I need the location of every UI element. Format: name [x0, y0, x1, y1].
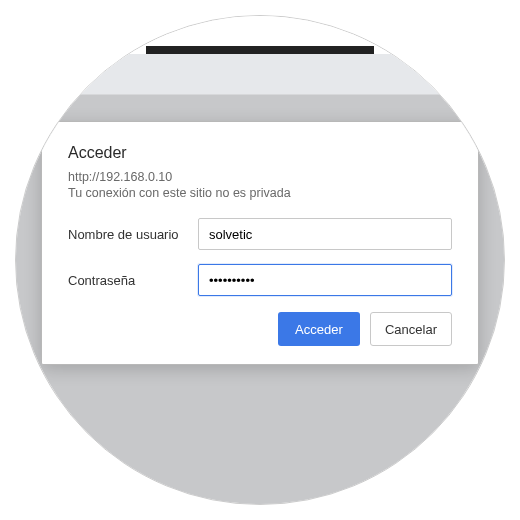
username-label: Nombre de usuario [68, 227, 198, 242]
password-label: Contraseña [68, 273, 198, 288]
username-row: Nombre de usuario [68, 218, 452, 250]
browser-toolbar [16, 54, 504, 94]
submit-button[interactable]: Acceder [278, 312, 360, 346]
dialog-actions: Acceder Cancelar [68, 312, 452, 346]
viewport-circle: Acceder http://192.168.0.10 Tu conexión … [15, 15, 505, 505]
auth-dialog: Acceder http://192.168.0.10 Tu conexión … [41, 121, 479, 365]
cancel-button[interactable]: Cancelar [370, 312, 452, 346]
browser-chrome [16, 16, 504, 101]
dialog-url: http://192.168.0.10 [68, 170, 452, 184]
tab-strip [146, 46, 374, 54]
password-input[interactable] [198, 264, 452, 296]
username-input[interactable] [198, 218, 452, 250]
dialog-title: Acceder [68, 144, 452, 162]
dialog-message: Tu conexión con este sitio no es privada [68, 186, 452, 200]
password-row: Contraseña [68, 264, 452, 296]
